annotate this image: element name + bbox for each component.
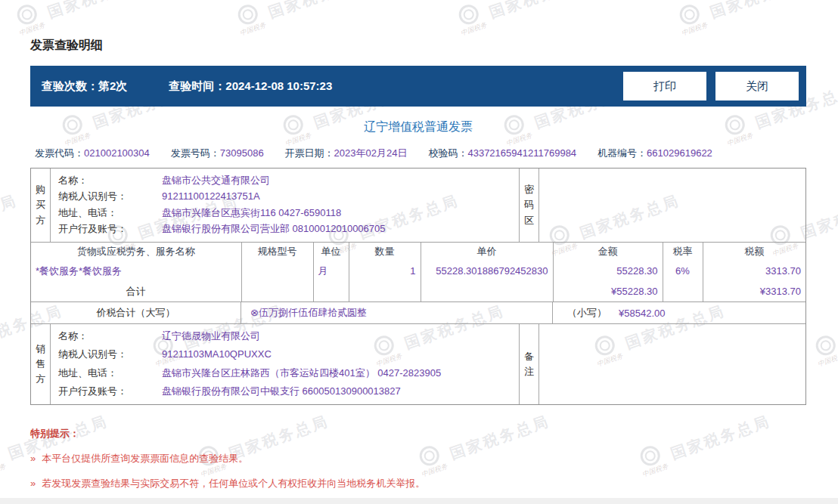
invoice-code: 发票代码：021002100304 [35, 147, 150, 160]
total-amount: ¥55228.30 [553, 281, 663, 301]
watermark-tile: 中国税务国家税务总局 [11, 0, 151, 39]
total-spec-empty [241, 281, 313, 301]
grand-total-label: 价税合计（大写） [31, 302, 241, 323]
col-header-name: 货物或应税劳务、服务名称 [31, 243, 241, 261]
password-area-content [539, 169, 805, 242]
check-code: 校验码：43372165941211769984 [428, 147, 576, 160]
watermark-script-text: 中国税务 [459, 20, 488, 39]
watermark-tile: 中国税务国家税务总局 [231, 0, 372, 39]
grand-total-uppercase: ⊗伍万捌仟伍佰肆拾贰圆整 [241, 302, 553, 323]
item-tax: 3313.70 [703, 261, 805, 281]
total-taxrate-empty [663, 281, 703, 301]
watermark-text: 国家税务总局 [45, 0, 150, 23]
item-qty: 1 [349, 261, 421, 281]
check-count-value: 第2次 [98, 79, 127, 92]
remark-content [539, 324, 805, 404]
tax-roundel-icon [14, 2, 39, 27]
seller-details: 名称：辽宁德晟物业有限公司 纳税人识别号：91211103MA10QPUXXC … [51, 324, 520, 404]
col-header-tax: 税额 [703, 243, 805, 261]
check-count-label: 查验次数： [42, 79, 98, 92]
remark-label-cell: 备注 [520, 324, 539, 404]
grand-total-row: 价税合计（大写） ⊗伍万捌仟伍佰肆拾贰圆整 （小写） ¥58542.00 [31, 301, 805, 323]
buyer-name-row: 名称：盘锦市公共交通有限公司 [58, 174, 513, 188]
goods-item-row: *餐饮服务*餐饮服务 月 1 55228.301886792452830 552… [31, 261, 805, 281]
seller-address-row: 地址、电话：盘锦市兴隆台区庄林路西（市客运站四楼401室） 0427-28239… [58, 366, 513, 381]
item-unit: 月 [313, 261, 349, 281]
goods-table: 货物或应税劳务、服务名称 规格型号 单位 数量 单价 金额 税率 税额 *餐饮服 [31, 243, 805, 301]
seller-bank-row: 开户行及账号：盘锦银行股份有限公司中银支行 660050130900013827 [58, 385, 513, 399]
notice-item-1: »本平台仅提供所查询发票票面信息的查验结果。 [30, 452, 806, 465]
watermark-script-text: 中国税务 [17, 20, 46, 39]
password-area-label-cell: 密码区 [520, 169, 539, 242]
notice-item-2: »若发现发票查验结果与实际交易不符，任何单位或个人有权拒收并向当地税务机关举报。 [30, 477, 806, 490]
notice-bullet-icon: » [30, 478, 36, 489]
seller-side-label-cell: 销售方 [31, 324, 51, 404]
seller-section: 销售方 名称：辽宁德晟物业有限公司 纳税人识别号：91211103MA10QPU… [31, 323, 805, 404]
lowercase-label: （小写） [567, 306, 607, 320]
item-price: 55228.301886792452830 [421, 261, 553, 281]
seller-taxid-row: 纳税人识别号：91211103MA10QPUXXC [58, 348, 513, 362]
remark-label: 备注 [523, 349, 535, 379]
seller-name-row: 名称：辽宁德晟物业有限公司 [58, 329, 513, 344]
invoice-meta-row: 发票代码：021002100304 发票号码：73095086 开票日期：202… [30, 147, 806, 160]
col-header-amount: 金额 [553, 243, 663, 261]
total-unit-empty [313, 281, 349, 301]
close-button[interactable]: 关闭 [715, 72, 799, 100]
footer-strip [0, 498, 838, 504]
watermark-tile: 中国税务国家税务总局 [452, 0, 593, 39]
lowercase-value: ¥58542.00 [619, 308, 665, 319]
password-area-label: 密码区 [523, 182, 535, 227]
main-content: 发票查验明细 查验次数：第2次 查验时间：2024-12-08 10:57:23… [0, 38, 838, 490]
notice-title: 特别提示： [30, 427, 806, 441]
buyer-taxid-row: 纳税人识别号：91211100122413751A [58, 190, 513, 204]
col-header-spec: 规格型号 [241, 243, 313, 261]
watermark-text: 国家税务总局 [707, 0, 812, 23]
total-tax: ¥3313.70 [703, 281, 805, 301]
buyer-address-row: 地址、电话：盘锦市兴隆台区惠宾街116 0427-6590118 [58, 206, 513, 221]
goods-total-row: 合计 ¥55228.30 ¥3313.70 [31, 281, 805, 301]
item-name: *餐饮服务*餐饮服务 [31, 261, 241, 281]
watermark-text: 国家税务总局 [486, 0, 591, 23]
col-header-price: 单价 [421, 243, 553, 261]
goods-section: 货物或应税劳务、服务名称 规格型号 单位 数量 单价 金额 税率 税额 *餐饮服 [31, 242, 805, 301]
tax-roundel-icon [235, 2, 260, 27]
watermark-tile: 中国税务国家税务总局 [673, 0, 814, 39]
item-spec [241, 261, 313, 281]
grand-total-lowercase: （小写） ¥58542.00 [553, 306, 805, 320]
watermark-text: 国家税务总局 [265, 0, 371, 23]
buyer-side-label-cell: 购买方 [31, 169, 51, 242]
total-label: 合计 [31, 281, 241, 301]
col-header-taxrate: 税率 [663, 243, 703, 261]
tax-roundel-icon [456, 2, 481, 27]
invoice-title: 辽宁增值税普通发票 [30, 119, 806, 135]
watermark-script-text: 中国税务 [238, 20, 267, 39]
page-title: 发票查验明细 [30, 38, 806, 54]
invoice-number: 发票号码：73095086 [171, 147, 264, 160]
check-count: 查验次数：第2次 [42, 79, 127, 94]
invoice-date: 开票日期：2023年02月24日 [285, 147, 408, 160]
item-amount: 55228.30 [553, 261, 663, 281]
buyer-bank-row: 开户行及账号：盘锦银行股份有限公司营业部 08100012010006705 [58, 222, 513, 237]
watermark-script-text: 中国税务 [680, 20, 709, 39]
check-time-label: 查验时间： [169, 79, 225, 92]
check-time: 查验时间：2024-12-08 10:57:23 [169, 79, 332, 94]
buyer-details: 名称：盘锦市公共交通有限公司 纳税人识别号：91211100122413751A… [51, 169, 520, 242]
verification-topbar: 查验次数：第2次 查验时间：2024-12-08 10:57:23 打印 关闭 [30, 66, 806, 107]
item-taxrate: 6% [663, 261, 703, 281]
special-notice: 特别提示： »本平台仅提供所查询发票票面信息的查验结果。 »若发现发票查验结果与… [30, 427, 806, 490]
notice-bullet-icon: » [30, 453, 36, 464]
invoice-table: 购买方 名称：盘锦市公共交通有限公司 纳税人识别号：91211100122413… [30, 168, 806, 405]
seller-side-label: 销售方 [35, 342, 46, 387]
check-time-value: 2024-12-08 10:57:23 [225, 79, 332, 92]
buyer-section: 购买方 名称：盘锦市公共交通有限公司 纳税人识别号：91211100122413… [31, 169, 805, 242]
total-price-empty [421, 281, 553, 301]
tax-roundel-icon [677, 2, 702, 27]
buyer-side-label: 购买方 [35, 182, 46, 227]
total-qty-empty [349, 281, 421, 301]
goods-header-row: 货物或应税劳务、服务名称 规格型号 单位 数量 单价 金额 税率 税额 [31, 243, 805, 261]
print-button[interactable]: 打印 [623, 72, 706, 100]
col-header-unit: 单位 [313, 243, 349, 261]
machine-number: 机器编号：661029619622 [597, 147, 712, 160]
invoice-verification-page: 中国税务国家税务总局中国税务国家税务总局中国税务国家税务总局中国税务国家税务总局… [0, 0, 838, 504]
col-header-qty: 数量 [349, 243, 421, 261]
